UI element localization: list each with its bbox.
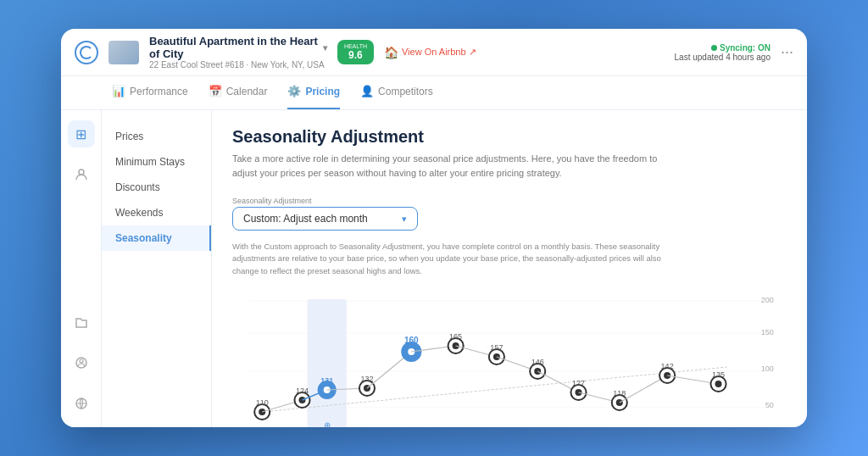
sidebar-icon-globe[interactable]	[68, 390, 95, 417]
svg-text:50: 50	[765, 401, 774, 409]
sidebar: ⊞	[61, 110, 102, 427]
top-bar: Beautiful Apartment in the Heart of City…	[61, 29, 807, 76]
chart-container: 200 150 100 50 0 USD	[232, 291, 787, 427]
sync-info: Syncing: ON Last updated 4 hours ago	[675, 43, 771, 62]
nav-item-seasonality[interactable]: Seasonality	[102, 225, 211, 251]
sidebar-icon-folder[interactable]	[68, 309, 95, 336]
seasonality-dropdown-wrap: Seasonality Adjustment Custom: Adjust ea…	[232, 197, 418, 231]
logo-icon	[75, 41, 98, 64]
main-layout: ⊞	[61, 110, 807, 427]
sidebar-icon-profile[interactable]	[68, 349, 95, 376]
svg-text:150: 150	[761, 328, 774, 336]
calendar-icon: 📅	[209, 85, 222, 97]
sidebar-icon-home[interactable]: ⊞	[68, 120, 95, 147]
competitors-icon: 👤	[360, 85, 374, 97]
seasonality-dropdown[interactable]: Custom: Adjust each month ▾	[232, 207, 418, 231]
svg-text:118: 118	[613, 389, 626, 398]
svg-text:132: 132	[360, 375, 373, 383]
info-text: With the Custom approach to Seasonality …	[232, 241, 673, 277]
svg-text:110: 110	[256, 398, 269, 407]
svg-point-54	[616, 399, 623, 406]
sidebar-bottom	[68, 309, 95, 417]
property-info: Beautiful Apartment in the Heart of City…	[149, 35, 327, 70]
svg-text:200: 200	[761, 296, 774, 304]
tab-calendar[interactable]: 📅 Calendar	[209, 76, 268, 109]
tab-pricing[interactable]: ⚙️ Pricing	[287, 76, 340, 109]
svg-text:127: 127	[572, 379, 585, 387]
content-area: Seasonality Adjustment Take a more activ…	[212, 110, 807, 427]
left-nav: Prices Minimum Stays Discounts Weekends …	[102, 110, 212, 427]
chevron-down-icon: ▾	[402, 214, 407, 225]
performance-icon: 📊	[112, 85, 125, 97]
airbnb-icon: 🏠	[384, 46, 398, 59]
page-title: Seasonality Adjustment	[232, 127, 787, 147]
airbnb-link[interactable]: 🏠 View On Airbnb ↗	[384, 46, 476, 59]
sync-dot-icon	[711, 45, 717, 51]
tab-performance[interactable]: 📊 Performance	[112, 76, 188, 109]
property-name: Beautiful Apartment in the Heart of City…	[149, 35, 327, 60]
sidebar-icon-user[interactable]	[68, 161, 95, 188]
nav-item-discounts[interactable]: Discounts	[102, 175, 211, 200]
browser-window: Beautiful Apartment in the Heart of City…	[61, 29, 807, 427]
svg-rect-15	[308, 299, 347, 427]
nav-item-minimum-stays[interactable]: Minimum Stays	[102, 149, 211, 175]
svg-text:131: 131	[320, 376, 333, 385]
more-options-button[interactable]: ···	[781, 43, 793, 61]
pricing-icon: ⚙️	[287, 85, 301, 97]
svg-text:142: 142	[661, 362, 674, 370]
property-thumbnail	[108, 41, 139, 64]
svg-point-0	[79, 170, 84, 175]
tab-competitors[interactable]: 👤 Competitors	[360, 76, 433, 109]
chevron-down-icon: ▾	[323, 43, 327, 53]
svg-text:165: 165	[449, 332, 462, 341]
health-badge: HEALTH 9.6	[337, 40, 374, 64]
svg-point-62	[715, 381, 721, 387]
svg-text:100: 100	[761, 364, 774, 373]
nav-tabs: 📊 Performance 📅 Calendar ⚙️ Pricing 👤 Co…	[61, 76, 807, 110]
nav-item-weekends[interactable]: Weekends	[102, 200, 211, 225]
property-address: 22 East Cool Street #618 · New York, NY,…	[149, 60, 327, 70]
svg-text:124: 124	[296, 386, 309, 395]
svg-text:157: 157	[490, 343, 503, 352]
svg-text:135: 135	[712, 370, 725, 379]
dropdown-value: Custom: Adjust each month	[243, 213, 368, 225]
dropdown-label: Seasonality Adjustment	[232, 197, 418, 205]
svg-text:146: 146	[531, 358, 544, 366]
page-description: Take a more active role in determining y…	[232, 152, 673, 180]
svg-text:⊕: ⊕	[324, 420, 331, 427]
svg-text:160: 160	[404, 336, 419, 345]
svg-point-2	[80, 359, 83, 363]
seasonality-chart: 200 150 100 50 0 USD	[232, 291, 787, 427]
nav-item-prices[interactable]: Prices	[102, 124, 211, 149]
